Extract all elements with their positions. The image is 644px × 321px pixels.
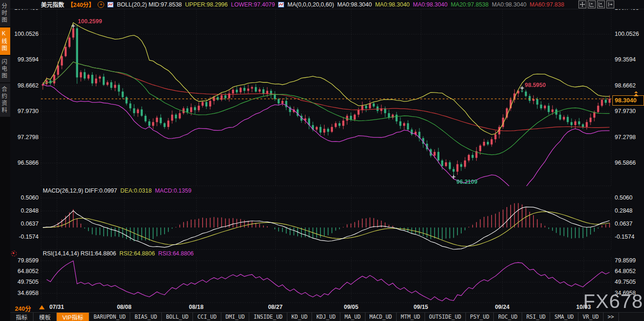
move-chart-icon[interactable] <box>578 0 586 8</box>
price-axis-label: 49.7505 <box>615 279 636 285</box>
price-axis-label: 64.8052 <box>615 268 636 274</box>
price-axis-label: 0.5060 <box>615 194 632 201</box>
period-selector[interactable]: 240分 <box>15 304 31 313</box>
toolbar-button->>[interactable]: >> <box>604 313 619 321</box>
ma-value: MA0:98.3040 <box>492 1 526 8</box>
toolbar-button-SMA_UD[interactable]: SMA_UD <box>550 313 578 321</box>
boll-upper-value: UPPER:98.2996 <box>185 1 228 8</box>
price-axis-label: 100.0526 <box>615 31 639 37</box>
sidebar-tab-K线图[interactable]: K线图 <box>0 27 10 55</box>
go-to-latest-icon[interactable] <box>606 0 614 8</box>
price-axis-label: 99.3594 <box>18 56 39 63</box>
sidebar-tab-闪电图[interactable]: 闪电图 <box>0 56 10 82</box>
date-label-09/05: 09/05 <box>344 304 358 310</box>
toolbar-button-BARUPDN_UD[interactable]: BARUPDN_UD <box>89 313 130 321</box>
toolbar-button-RSI_UD[interactable]: RSI_UD <box>522 313 551 321</box>
toolbar-button-CCI_UD[interactable]: CCI_UD <box>193 313 221 321</box>
price-axis-label: 0.2848 <box>21 207 39 214</box>
ma-value: MA0:98.3040 <box>375 1 410 8</box>
toolbar-button-BIAS_UD[interactable]: BIAS_UD <box>130 313 161 321</box>
rsi3-value: RSI3:64.8806 <box>158 250 193 257</box>
toolbar-button-INSIDE_UD[interactable]: INSIDE_UD <box>249 313 287 321</box>
price-axis-label: 97.2798 <box>615 134 636 140</box>
ma-settings-label: MA(0,0,0,20,0,60) <box>287 1 334 8</box>
indicator-header: 美元指数 【240分】 + BOLL(20,2) MID:97.8538 UPP… <box>10 0 644 9</box>
ma-value: MA60:97.838 <box>530 1 564 8</box>
toolbar-button-模板[interactable]: 模板 <box>33 313 57 321</box>
toolbar-button-ROC_UD[interactable]: ROC_UD <box>494 313 522 321</box>
date-label-09/15: 09/15 <box>414 304 428 310</box>
toolbar-button-DMI_UD[interactable]: DMI_UD <box>221 313 250 321</box>
candlestick-chart[interactable] <box>41 8 611 186</box>
date-label-10/03: 10/03 <box>576 304 591 310</box>
ma-settings-icon[interactable] <box>278 2 284 7</box>
time-axis-row: 240分 07/3108/0808/1808/2709/0509/1509/24… <box>10 303 644 313</box>
price-axis-label: 0.2848 <box>615 207 632 214</box>
toolbar-button-OUTSIDE_UD[interactable]: OUTSIDE_UD <box>425 313 466 321</box>
price-axis-label: 100.0526 <box>14 31 39 37</box>
price-axis-label: 97.9730 <box>18 108 39 114</box>
price-axis-label: 96.5866 <box>615 160 636 166</box>
period-badge: 【240分】 <box>67 0 94 9</box>
scroll-up-price-icon[interactable] <box>632 91 640 97</box>
price-axis-label: 97.2798 <box>18 134 39 140</box>
period-dropdown-arrow-icon[interactable] <box>39 305 45 309</box>
macd-panel-header: MACD(26,12,9) DIFF:0.0997 DEA:0.0318 MAC… <box>43 187 192 194</box>
sidebar-tab-合约资料[interactable]: 合约资料 <box>0 83 10 117</box>
price-annotation: 98.5950 <box>525 82 546 88</box>
toolbar-button-MTM_UD[interactable]: MTM_UD <box>397 313 425 321</box>
toolbar-button-KD_UD[interactable]: KD_UD <box>287 313 312 321</box>
toolbar-button-KDJ_UD[interactable]: KDJ_UD <box>312 313 340 321</box>
price-axis-label: 79.8599 <box>18 257 39 264</box>
macd-diff-value: DIFF:0.0997 <box>85 187 117 194</box>
toolbar-button-PSY_UD[interactable]: PSY_UD <box>466 313 494 321</box>
price-axis-label: 99.3594 <box>615 56 636 63</box>
add-indicator-icon[interactable]: + <box>98 1 104 8</box>
current-price-tag: 98.3040 <box>612 95 644 106</box>
price-axis-label: 97.9730 <box>615 108 636 114</box>
macd-macd-value: MACD:0.1359 <box>155 187 192 194</box>
toolbar-button-指标[interactable]: 指标 <box>10 313 33 321</box>
toolbar-button-MACD_UD[interactable]: MACD_UD <box>365 313 397 321</box>
date-label-09/24: 09/24 <box>495 304 509 310</box>
boll-values: BOLL(20,2) MID:97.8538 <box>117 1 182 8</box>
price-axis-label: 64.8052 <box>18 268 39 274</box>
macd-chart[interactable] <box>41 194 611 250</box>
date-label-08/27: 08/27 <box>268 304 282 310</box>
chart-type-sidebar: 分时图K线图闪电图合约资料 <box>0 0 10 321</box>
toolbar-button-BOLL_UD[interactable]: BOLL_UD <box>162 313 193 321</box>
price-axis-label: 49.7505 <box>18 279 39 285</box>
macd-title: MACD(26,12,9) <box>43 187 83 194</box>
date-label-07/31: 07/31 <box>49 304 64 310</box>
price-axis-label: 98.6662 <box>615 82 636 89</box>
symbol-title: 美元指数 <box>41 0 64 9</box>
price-axis-label: 79.8599 <box>615 257 636 264</box>
ma-value: MA0:98.3040 <box>413 1 447 8</box>
rsi-title: RSI(14,14,14) <box>43 250 79 257</box>
toolbar-button-MA_UD[interactable]: MA_UD <box>340 313 365 321</box>
price-annotation: 100.2599 <box>78 18 102 25</box>
zoom-out-horizontal-icon[interactable] <box>597 0 605 8</box>
price-axis-label: -0.1574 <box>19 234 39 240</box>
price-axis-label: 96.5866 <box>18 160 39 166</box>
sidebar-tab-分时图[interactable]: 分时图 <box>0 0 10 27</box>
price-axis-label: 98.6662 <box>18 82 39 89</box>
boll-lower-value: LOWER:97.4079 <box>231 1 275 8</box>
price-axis-label: 0.0637 <box>21 221 39 227</box>
toolbar-button-VIP指标[interactable]: VIP指标 <box>57 313 89 321</box>
rsi-chart[interactable] <box>41 257 611 303</box>
rsi-panel-header: RSI(14,14,14) RSI1:64.8806 RSI2:64.8806 … <box>43 250 194 257</box>
price-axis-label: 34.6958 <box>615 290 636 296</box>
price-axis-label: 0.5060 <box>21 194 39 201</box>
price-axis-label: 34.6958 <box>18 290 39 296</box>
trading-app-window: 分时图K线图闪电图合约资料 美元指数 【240分】 + BOLL(20,2) M… <box>0 0 644 321</box>
price-annotation: 96.2109 <box>457 179 478 185</box>
live-blink-icon <box>11 251 17 256</box>
zoom-in-horizontal-icon[interactable] <box>588 0 596 8</box>
date-label-08/08: 08/08 <box>117 304 131 310</box>
toolbar-button-VR_UD[interactable]: VR_UD <box>578 313 604 321</box>
chart-tool-icons <box>578 0 614 8</box>
boll-settings-icon[interactable] <box>107 2 113 7</box>
ma-values-group: MA0:98.3040MA0:98.3040MA0:98.3040MA20:97… <box>337 1 564 8</box>
rsi2-value: RSI2:64.8806 <box>120 250 155 257</box>
